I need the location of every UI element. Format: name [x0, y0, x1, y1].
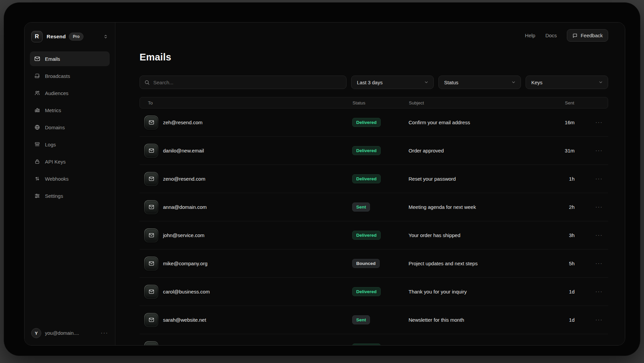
status-badge: Delivered [352, 344, 381, 346]
help-link[interactable]: Help [525, 33, 535, 38]
sidebar-spacer [30, 206, 110, 327]
row-menu-icon[interactable]: ··· [575, 176, 608, 182]
sidebar-item-logs[interactable]: Logs [30, 137, 110, 152]
avatar: Y [31, 328, 41, 338]
envelope-icon [149, 148, 154, 153]
page-title: Emails [140, 52, 608, 63]
envelope-icon [149, 289, 154, 294]
sent-time: 31m [548, 148, 575, 153]
sidebar-item-audiences[interactable]: Audiences [30, 86, 110, 100]
email-tile-icon [144, 313, 158, 327]
email-tile-icon [144, 144, 158, 158]
envelope-icon [149, 261, 154, 266]
recipient-email: zeno@resend.com [163, 176, 352, 182]
status-badge: Sent [352, 202, 370, 212]
mail-icon [34, 56, 40, 62]
user-menu-icon[interactable]: ··· [101, 330, 108, 336]
user-account-row[interactable]: Y you@domain.... ··· [30, 327, 110, 339]
status-badge: Sent [352, 315, 370, 324]
envelope-icon [149, 204, 154, 210]
resend-app: R Resend Pro Emails Broadcasts Audiences… [24, 22, 625, 346]
email-subject: Project updates and next steps [409, 261, 548, 266]
email-tile-icon [144, 257, 158, 271]
sent-time: 2h [548, 204, 575, 210]
sidebar: R Resend Pro Emails Broadcasts Audiences… [24, 22, 115, 345]
email-subject: Confirm your email address [409, 120, 548, 125]
row-menu-icon[interactable]: ··· [575, 289, 608, 295]
arrows-icon [34, 176, 40, 182]
row-menu-icon[interactable]: ··· [575, 261, 608, 267]
table-header: To Status Subject Sent [140, 97, 608, 108]
feedback-button[interactable]: Feedback [567, 29, 608, 42]
recipient-email: mike@company.org [163, 261, 352, 266]
select-chevrons-icon[interactable] [103, 34, 108, 39]
status-badge: Delivered [352, 287, 381, 296]
envelope-icon [149, 176, 154, 182]
column-sent: Sent [547, 100, 574, 105]
sliders-icon [34, 193, 40, 199]
table-row[interactable]: danilo@new.email Delivered Order approve… [140, 137, 608, 165]
email-subject: Order approved [409, 148, 548, 153]
row-menu-icon[interactable]: ··· [575, 120, 608, 126]
keys-dropdown[interactable]: Keys [526, 76, 608, 89]
column-to: To [148, 100, 353, 105]
tray-icon [34, 73, 40, 79]
column-status: Status [353, 100, 409, 105]
email-tile-icon [144, 200, 158, 214]
status-badge: Delivered [352, 118, 381, 127]
sidebar-nav: Emails Broadcasts Audiences Metrics Doma… [30, 51, 110, 206]
workspace-switcher[interactable]: R Resend Pro [31, 30, 108, 43]
recipient-email: anna@domain.com [163, 204, 352, 210]
filter-bar: Last 3 days Status Keys [140, 76, 608, 89]
table-row[interactable]: carol@business.com Delivered Thank you f… [140, 278, 608, 306]
email-tile-icon [144, 285, 158, 299]
resend-logo-icon: R [31, 31, 43, 42]
top-bar: Help Docs Feedback [140, 29, 608, 42]
table-row[interactable]: zeh@resend.com Delivered Confirm your em… [140, 108, 608, 137]
row-menu-icon[interactable]: ··· [575, 148, 608, 154]
table-row[interactable]: anna@domain.com Sent Meeting agenda for … [140, 193, 608, 221]
table-row[interactable]: Delivered [140, 334, 608, 346]
main-content: Help Docs Feedback Emails Last 3 days [115, 22, 625, 345]
sidebar-item-metrics[interactable]: Metrics [30, 103, 110, 118]
feedback-bubble-icon [572, 33, 578, 38]
users-icon [34, 90, 40, 96]
table-row[interactable]: sarah@website.net Sent Newsletter for th… [140, 306, 608, 334]
email-subject: Thank you for your inquiry [409, 289, 548, 294]
table-row[interactable]: mike@company.org Bounced Project updates… [140, 249, 608, 278]
sent-time: 5h [548, 261, 575, 266]
recipient-email: carol@business.com [163, 289, 352, 294]
email-tile-icon [144, 172, 158, 186]
status-dropdown[interactable]: Status [438, 76, 521, 89]
status-badge: Delivered [352, 231, 381, 240]
search-box [140, 76, 346, 89]
emails-table: To Status Subject Sent zeh@resend.com De… [140, 97, 608, 346]
sidebar-item-api-keys[interactable]: API Keys [30, 154, 110, 169]
globe-icon [34, 124, 40, 130]
recipient-email: zeh@resend.com [163, 120, 352, 125]
row-menu-icon[interactable]: ··· [575, 317, 608, 323]
table-body: zeh@resend.com Delivered Confirm your em… [140, 108, 608, 346]
sidebar-item-emails[interactable]: Emails [30, 51, 110, 66]
brand-name: Resend [47, 34, 66, 40]
recipient-email: john@service.com [163, 232, 352, 238]
sidebar-item-broadcasts[interactable]: Broadcasts [30, 69, 110, 83]
table-row[interactable]: john@service.com Delivered Your order ha… [140, 221, 608, 249]
sidebar-item-webhooks[interactable]: Webhooks [30, 171, 110, 186]
table-row[interactable]: zeno@resend.com Delivered Reset your pas… [140, 165, 608, 193]
date-range-value: Last 3 days [357, 80, 383, 85]
docs-link[interactable]: Docs [545, 33, 557, 38]
search-input[interactable] [153, 80, 342, 85]
plan-badge: Pro [69, 33, 84, 41]
envelope-icon [149, 232, 154, 238]
sent-time: 3h [548, 232, 575, 238]
status-badge: Delivered [352, 174, 381, 183]
sidebar-item-settings[interactable]: Settings [30, 188, 110, 203]
recipient-email: danilo@new.email [163, 148, 352, 153]
date-range-dropdown[interactable]: Last 3 days [351, 76, 434, 89]
metrics-icon [34, 107, 40, 113]
row-menu-icon[interactable]: ··· [575, 204, 608, 210]
row-menu-icon[interactable]: ··· [575, 232, 608, 238]
sent-time: 1d [548, 289, 575, 294]
sidebar-item-domains[interactable]: Domains [30, 120, 110, 135]
